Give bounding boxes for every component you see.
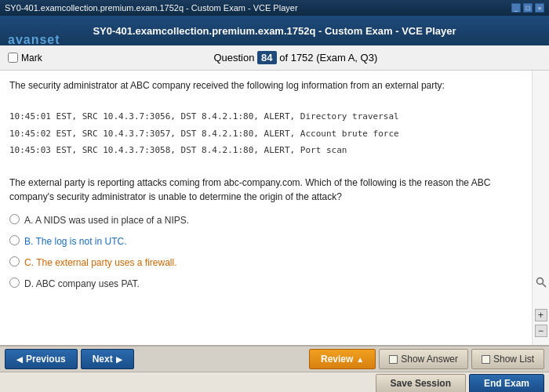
app-header: avanset SY0-401.examcollection.premium.e… <box>0 16 549 45</box>
question-header: Mark Question 84 of 1752 (Exam A, Q3) <box>0 45 549 71</box>
minimize-button[interactable]: _ <box>511 3 521 13</box>
option-c[interactable]: C. The external party uses a firewall. <box>9 254 522 271</box>
option-a[interactable]: A. A NIDS was used in place of a NIPS. <box>9 212 522 229</box>
question-body: The external party is reporting attacks … <box>9 176 522 204</box>
show-list-label: Show List <box>493 354 534 365</box>
log-line-1: 10:45:01 EST, SRC 10.4.3.7:3056, DST 8.4… <box>9 111 522 124</box>
review-label: Review <box>321 354 353 365</box>
question-intro: The security administrator at ABC compan… <box>9 78 522 93</box>
exam-info: (Exam A, Q3) <box>316 52 377 64</box>
radio-c[interactable] <box>9 256 20 267</box>
question-number: 84 <box>257 51 276 64</box>
mark-label: Mark <box>21 53 42 64</box>
title-bar-left: SY0-401.examcollection.premium.exam.1752… <box>5 3 298 13</box>
title-bar-controls[interactable]: _ □ × <box>511 3 544 13</box>
svg-point-0 <box>536 278 543 285</box>
svg-line-1 <box>542 284 546 288</box>
zoom-in-button[interactable]: + <box>535 309 547 321</box>
title-bar-text: SY0-401.examcollection.premium.exam.1752… <box>5 3 298 13</box>
previous-button[interactable]: ◀ Previous <box>5 349 78 369</box>
option-c-text: C. The external party uses a firewall. <box>24 256 177 270</box>
title-bar: SY0-401.examcollection.premium.exam.1752… <box>0 0 549 16</box>
option-d[interactable]: D. ABC company uses PAT. <box>9 275 522 292</box>
show-list-checkbox-icon <box>482 355 490 364</box>
question-content: The security administrator at ABC compan… <box>0 71 532 345</box>
show-answer-button[interactable]: Show Answer <box>379 349 468 369</box>
next-button[interactable]: Next ▶ <box>81 349 134 369</box>
option-d-text: D. ABC company uses PAT. <box>24 277 140 291</box>
save-session-button[interactable]: Save Session <box>376 374 466 393</box>
next-label: Next <box>93 354 113 365</box>
radio-d[interactable] <box>9 278 20 288</box>
show-answer-label: Show Answer <box>401 354 458 365</box>
show-list-button[interactable]: Show List <box>471 349 544 369</box>
next-arrow-icon: ▶ <box>116 355 122 364</box>
previous-label: Previous <box>26 354 66 365</box>
mark-checkbox[interactable] <box>8 53 18 63</box>
search-icon[interactable] <box>536 277 547 290</box>
end-exam-button[interactable]: End Exam <box>469 374 544 393</box>
option-b-text: B. The log is not in UTC. <box>24 234 127 249</box>
log-line-2: 10:45:02 EST, SRC 10.4.3.7:3057, DST 8.4… <box>9 128 522 141</box>
option-b[interactable]: B. The log is not in UTC. <box>9 233 522 250</box>
close-button[interactable]: × <box>535 3 544 13</box>
show-answer-checkbox-icon <box>389 355 398 364</box>
answer-options: A. A NIDS was used in place of a NIPS. B… <box>9 212 522 292</box>
total-questions: of 1752 <box>279 52 313 64</box>
radio-a[interactable] <box>9 214 20 224</box>
logo-prefix: avan <box>8 33 39 46</box>
logo-suffix: set <box>39 33 60 46</box>
bottom-toolbar: ◀ Previous Next ▶ Review ▲ Show Answer S… <box>0 345 549 372</box>
mark-container[interactable]: Mark <box>8 53 42 64</box>
radio-b[interactable] <box>9 235 20 245</box>
header-title: SY0-401.examcollection.premium.exam.1752… <box>93 25 456 37</box>
app-logo: avanset <box>8 33 60 47</box>
content-area: The security administrator at ABC compan… <box>0 71 549 345</box>
question-info: Question 84 of 1752 (Exam A, Q3) <box>50 52 541 64</box>
question-label: Question <box>213 52 254 64</box>
right-panel: + − <box>532 71 549 345</box>
maximize-button[interactable]: □ <box>523 3 533 13</box>
previous-arrow-icon: ◀ <box>16 355 23 364</box>
action-bar: Save Session End Exam <box>0 372 549 392</box>
log-line-3: 10:45:03 EST, SRC 10.4.3.7:3058, DST 8.4… <box>9 144 522 158</box>
review-arrow-icon: ▲ <box>356 355 364 364</box>
zoom-out-button[interactable]: − <box>535 325 547 337</box>
option-a-text: A. A NIDS was used in place of a NIPS. <box>24 213 189 227</box>
review-button[interactable]: Review ▲ <box>309 349 376 369</box>
